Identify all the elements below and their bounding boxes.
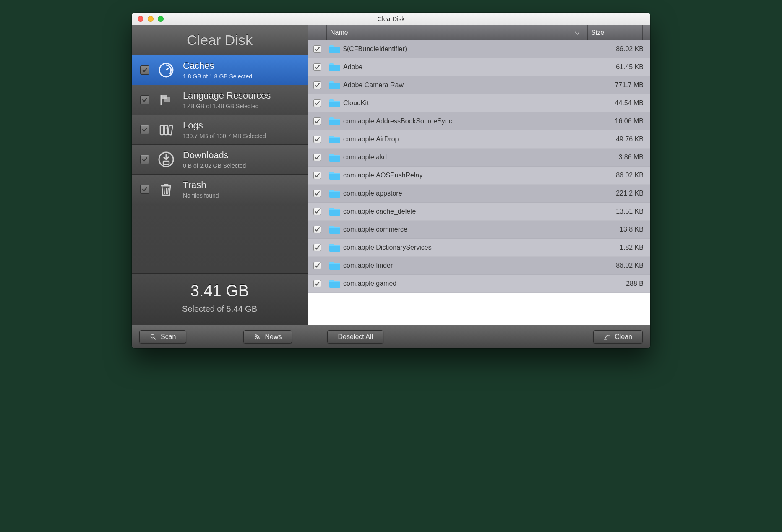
category-checkbox[interactable] [140,65,149,75]
row-checkbox[interactable] [313,136,321,143]
folder-icon [326,279,343,288]
file-row[interactable]: com.apple.commerce13.8 KB [308,221,650,239]
file-row[interactable]: com.apple.AddressBookSourceSync16.06 MB [308,112,650,130]
file-size: 288 B [592,280,650,287]
file-size: 16.06 MB [592,117,650,125]
file-size: 61.45 KB [592,63,650,71]
svg-line-1 [166,68,169,70]
logs-icon [157,120,175,139]
folder-icon [326,153,343,162]
svg-line-16 [154,337,156,339]
row-checkbox[interactable] [313,45,321,53]
total-size-line: Selected of 5.44 GB [136,304,303,314]
file-size: 13.8 KB [592,226,650,233]
folder-icon [326,99,343,108]
category-checkbox[interactable] [140,185,149,194]
row-checkbox[interactable] [313,172,321,179]
row-checkbox[interactable] [313,262,321,269]
svg-rect-3 [164,97,170,102]
category-checkbox[interactable] [140,125,149,134]
file-pane: Name Size $(CFBundleIdentifier)86.02 KBA… [308,25,650,325]
category-checkbox[interactable] [140,155,149,164]
app-window: ClearDisk Clear Disk Caches1.8 GB of 1.8… [132,13,650,348]
row-checkbox[interactable] [313,190,321,197]
file-row[interactable]: Adobe Camera Raw771.7 MB [308,76,650,94]
sort-indicator-icon [575,30,583,35]
folder-icon [326,171,343,180]
file-size: 49.76 KB [592,136,650,143]
row-checkbox[interactable] [313,117,321,125]
folder-icon [326,261,343,270]
svg-rect-6 [164,125,168,135]
downloads-icon [157,150,175,169]
file-name: CloudKit [343,99,592,107]
file-list[interactable]: $(CFBundleIdentifier)86.02 KBAdobe61.45 … [308,40,650,325]
category-subtitle: 0 B of 2.02 GB Selected [183,162,301,169]
scan-button[interactable]: Scan [139,330,186,344]
category-downloads[interactable]: Downloads0 B of 2.02 GB Selected [132,145,308,175]
titlebar: ClearDisk [132,13,650,25]
file-row[interactable]: Adobe61.45 KB [308,58,650,76]
row-checkbox[interactable] [313,280,321,287]
file-size: 86.02 KB [592,262,650,269]
caches-icon [157,61,175,79]
file-row[interactable]: com.apple.DictionaryServices1.82 KB [308,239,650,257]
file-size: 1.82 KB [592,244,650,251]
category-name: Downloads [183,150,301,161]
app-header: Clear Disk [132,25,308,55]
file-row[interactable]: com.apple.AirDrop49.76 KB [308,130,650,149]
rss-icon [254,334,261,340]
file-row[interactable]: $(CFBundleIdentifier)86.02 KB [308,40,650,58]
minimize-window-button[interactable] [148,16,154,22]
file-name: Adobe [343,63,592,71]
category-language[interactable]: Language Resources1.48 GB of 1.48 GB Sel… [132,85,308,115]
deselect-all-button[interactable]: Deselect All [327,330,383,344]
category-logs[interactable]: Logs130.7 MB of 130.7 MB Selected [132,115,308,145]
folder-icon [326,189,343,198]
folder-icon [326,63,343,72]
category-name: Trash [183,180,301,190]
window-title: ClearDisk [132,15,650,22]
selected-size: 3.41 GB [136,282,303,300]
category-caches[interactable]: Caches1.8 GB of 1.8 GB Selected [132,55,308,85]
file-name: com.apple.appstore [343,190,592,197]
clean-button[interactable]: Clean [593,330,643,344]
file-name: com.apple.AirDrop [343,136,592,143]
file-size: 44.54 MB [592,99,650,107]
file-size: 86.02 KB [592,172,650,179]
row-checkbox[interactable] [313,244,321,251]
category-checkbox[interactable] [140,95,149,104]
folder-icon [326,207,343,216]
file-size: 221.2 KB [592,190,650,197]
row-checkbox[interactable] [313,63,321,71]
file-row[interactable]: com.apple.AOSPushRelay86.02 KB [308,167,650,185]
file-row[interactable]: com.apple.appstore221.2 KB [308,185,650,203]
zoom-window-button[interactable] [158,16,164,22]
column-size[interactable]: Size [588,29,642,37]
file-row[interactable]: com.apple.cache_delete13.51 KB [308,203,650,221]
sidebar: Clear Disk Caches1.8 GB of 1.8 GB Select… [132,25,308,325]
file-name: $(CFBundleIdentifier) [343,45,592,53]
row-checkbox[interactable] [313,226,321,233]
category-name: Caches [183,60,301,71]
svg-point-15 [151,334,154,338]
file-name: com.apple.AOSPushRelay [343,172,592,179]
file-size: 13.51 KB [592,208,650,215]
column-name[interactable]: Name [327,29,587,37]
file-row[interactable]: CloudKit44.54 MB [308,94,650,112]
svg-line-14 [168,188,168,194]
close-window-button[interactable] [138,16,143,22]
column-headers: Name Size [308,25,650,40]
row-checkbox[interactable] [313,99,321,107]
news-button[interactable]: News [243,330,292,344]
file-row[interactable]: com.apple.gamed288 B [308,275,650,293]
file-row[interactable]: com.apple.finder86.02 KB [308,257,650,275]
category-trash[interactable]: TrashNo files found [132,175,308,204]
file-name: Adobe Camera Raw [343,81,592,89]
file-row[interactable]: com.apple.akd3.86 MB [308,149,650,167]
row-checkbox[interactable] [313,208,321,215]
file-size: 86.02 KB [592,45,650,53]
row-checkbox[interactable] [313,154,321,161]
row-checkbox[interactable] [313,81,321,89]
svg-rect-5 [160,125,164,135]
